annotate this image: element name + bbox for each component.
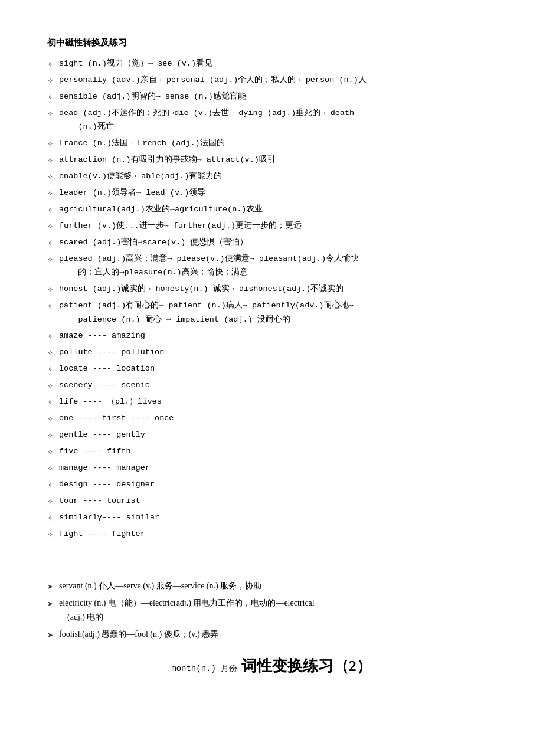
- diamond-icon: ✧: [47, 512, 53, 525]
- item-text: scenery ---- scenic: [59, 378, 496, 392]
- item-text: honest (adj.)诚实的→ honesty(n.) 诚实→ dishon…: [59, 282, 496, 296]
- item-text: gentle ---- gently: [59, 428, 496, 442]
- list-item: ✧ one ---- first ---- once: [47, 411, 496, 426]
- bottom-title-container: month(n.) 月份 词性变换练习（2）: [47, 653, 496, 679]
- item-text: design ---- designer: [59, 477, 496, 492]
- diamond-icon: ✧: [47, 108, 53, 120]
- diamond-icon: ✧: [47, 330, 53, 343]
- list-item: ✧ life ---- （pl.）lives: [47, 395, 496, 409]
- arrow-icon: ➤: [47, 629, 53, 642]
- item-text: one ---- first ---- once: [59, 411, 496, 426]
- diamond-icon: ✧: [47, 529, 53, 541]
- item-text: France (n.)法国→ French (adj.)法国的: [59, 136, 496, 150]
- arrow-list: ➤ servant (n.) 仆人—serve (v.) 服务—service …: [47, 579, 496, 642]
- list-item: ✧ scenery ---- scenic: [47, 378, 496, 392]
- diamond-icon: ✧: [47, 91, 53, 104]
- list-item: ✧ further (v.)使...进一步→ further(adj.)更进一步…: [47, 219, 496, 233]
- diamond-icon: ✧: [47, 446, 53, 459]
- diamond-icon: ✧: [47, 479, 53, 492]
- list-item: ✧ similarly---- similar: [47, 510, 496, 525]
- page-container: 初中磁性转换及练习 ✧ sight (n.)视力（觉）→ see (v.)看见 …: [47, 35, 496, 679]
- list-item: ➤ electricity (n.) 电（能）—electric(adj.) 用…: [47, 596, 496, 625]
- list-item: ✧ sensible (adj.)明智的→ sense (n.)感觉官能: [47, 90, 496, 104]
- list-item: ✧ sight (n.)视力（觉）→ see (v.)看见: [47, 57, 496, 71]
- list-item: ✧ leader (n.)领导者→ lead (v.)领导: [47, 186, 496, 200]
- item-text: fight ---- fighter: [59, 527, 496, 541]
- list-item: ✧ pollute ---- pollution: [47, 345, 496, 359]
- item-text: scared (adj.)害怕→scare(v.) 使恐惧（害怕）: [59, 235, 496, 250]
- arrow-icon: ➤: [47, 598, 53, 610]
- item-text: enable(v.)使能够→ able(adj.)有能力的: [59, 169, 496, 184]
- diamond-icon: ✧: [47, 364, 53, 376]
- diamond-icon: ✧: [47, 155, 53, 167]
- diamond-icon: ✧: [47, 254, 53, 266]
- diamond-icon: ✧: [47, 496, 53, 508]
- diamond-icon: ✧: [47, 347, 53, 359]
- item-text: pleased (adj.)高兴；满意→ please(v.)使满意→ plea…: [59, 252, 496, 280]
- diamond-icon: ✧: [47, 237, 53, 250]
- section1-title: 初中磁性转换及练习: [47, 35, 496, 51]
- list-item: ✧ locate ---- location: [47, 362, 496, 376]
- diamond-icon: ✧: [47, 171, 53, 184]
- list-item: ✧ amaze ---- amazing: [47, 329, 496, 343]
- list-item: ✧ tour ---- tourist: [47, 494, 496, 508]
- list-item: ✧ patient (adj.)有耐心的→ patient (n.)病人→ pa…: [47, 299, 496, 326]
- item-text: amaze ---- amazing: [59, 329, 496, 343]
- diamond-icon: ✧: [47, 430, 53, 442]
- item-text: tour ---- tourist: [59, 494, 496, 508]
- bottom-main-title: 词性变换练习（2）: [241, 657, 372, 675]
- diamond-icon: ✧: [47, 463, 53, 475]
- diamond-icon: ✧: [47, 300, 53, 313]
- diamond-icon: ✧: [47, 221, 53, 233]
- list-item: ✧ fight ---- fighter: [47, 527, 496, 541]
- item-text: servant (n.) 仆人—serve (v.) 服务—service (n…: [59, 579, 496, 594]
- diamond-icon: ✧: [47, 284, 53, 296]
- list-item: ✧ manage ---- manager: [47, 461, 496, 475]
- list-item: ✧ agricultural(adj.)农业的→agriculture(n.)农…: [47, 202, 496, 217]
- item-text: personally (adv.)亲自→ personal (adj.)个人的；…: [59, 73, 496, 87]
- diamond-icon: ✧: [47, 413, 53, 426]
- item-text: electricity (n.) 电（能）—electric(adj.) 用电力…: [59, 596, 496, 625]
- list-item: ✧ honest (adj.)诚实的→ honesty(n.) 诚实→ dish…: [47, 282, 496, 296]
- item-text: foolish(adj.) 愚蠢的—fool (n.) 傻瓜；(v.) 愚弄: [59, 627, 496, 642]
- list-item: ✧ five ---- fifth: [47, 444, 496, 459]
- diamond-list: ✧ sight (n.)视力（觉）→ see (v.)看见 ✧ personal…: [47, 57, 496, 542]
- item-text: five ---- fifth: [59, 444, 496, 459]
- item-text: agricultural(adj.)农业的→agriculture(n.)农业: [59, 202, 496, 217]
- item-text: life ---- （pl.）lives: [59, 395, 496, 409]
- diamond-icon: ✧: [47, 397, 53, 409]
- item-text: further (v.)使...进一步→ further(adj.)更进一步的；…: [59, 219, 496, 233]
- item-text: patient (adj.)有耐心的→ patient (n.)病人→ pati…: [59, 299, 496, 326]
- diamond-icon: ✧: [47, 75, 53, 87]
- list-item: ✧ pleased (adj.)高兴；满意→ please(v.)使满意→ pl…: [47, 252, 496, 280]
- diamond-icon: ✧: [47, 138, 53, 150]
- item-text: dead (adj.)不运作的；死的→die (v.)去世→ dying (ad…: [59, 106, 496, 134]
- list-item: ✧ gentle ---- gently: [47, 428, 496, 442]
- item-text: pollute ---- pollution: [59, 345, 496, 359]
- item-text: locate ---- location: [59, 362, 496, 376]
- diamond-icon: ✧: [47, 380, 53, 392]
- item-text: sensible (adj.)明智的→ sense (n.)感觉官能: [59, 90, 496, 104]
- diamond-icon: ✧: [47, 204, 53, 217]
- arrow-icon: ➤: [47, 581, 53, 593]
- item-text: sight (n.)视力（觉）→ see (v.)看见: [59, 57, 496, 71]
- list-item: ✧ personally (adv.)亲自→ personal (adj.)个人…: [47, 73, 496, 87]
- bottom-prefix: month(n.) 月份: [171, 664, 237, 673]
- diamond-icon: ✧: [47, 188, 53, 200]
- list-item: ✧ enable(v.)使能够→ able(adj.)有能力的: [47, 169, 496, 184]
- list-item: ✧ attraction (n.)有吸引力的事或物→ attract(v.)吸引: [47, 153, 496, 167]
- list-item: ➤ foolish(adj.) 愚蠢的—fool (n.) 傻瓜；(v.) 愚弄: [47, 627, 496, 642]
- list-item: ✧ design ---- designer: [47, 477, 496, 492]
- list-item: ✧ dead (adj.)不运作的；死的→die (v.)去世→ dying (…: [47, 106, 496, 134]
- list-item: ➤ servant (n.) 仆人—serve (v.) 服务—service …: [47, 579, 496, 594]
- diamond-icon: ✧: [47, 58, 53, 71]
- list-item: ✧ France (n.)法国→ French (adj.)法国的: [47, 136, 496, 150]
- section-divider: [47, 553, 496, 567]
- item-text: leader (n.)领导者→ lead (v.)领导: [59, 186, 496, 200]
- item-text: manage ---- manager: [59, 461, 496, 475]
- list-item: ✧ scared (adj.)害怕→scare(v.) 使恐惧（害怕）: [47, 235, 496, 250]
- item-text: similarly---- similar: [59, 510, 496, 525]
- item-text: attraction (n.)有吸引力的事或物→ attract(v.)吸引: [59, 153, 496, 167]
